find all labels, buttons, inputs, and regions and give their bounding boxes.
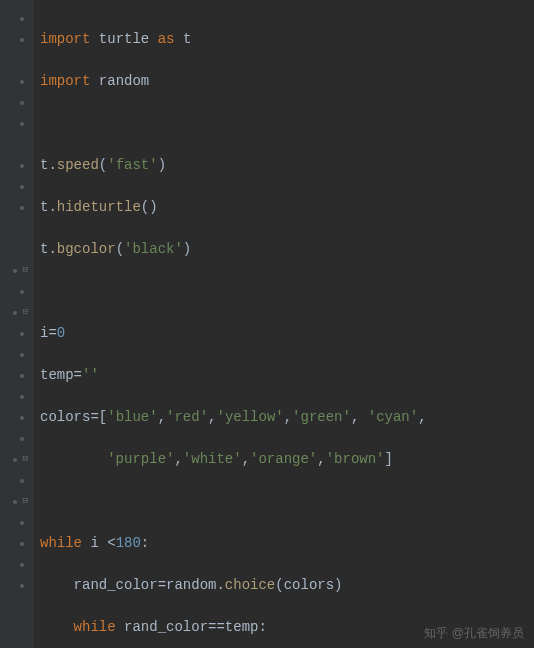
code-line: 'purple','white','orange','brown']: [40, 449, 534, 470]
code-line: import random: [40, 71, 534, 92]
fold-icon[interactable]: ⊟: [23, 497, 28, 506]
code-line: [40, 281, 534, 302]
code-line: i=0: [40, 323, 534, 344]
code-line: [40, 113, 534, 134]
code-line: import turtle as t: [40, 29, 534, 50]
code-line: [40, 491, 534, 512]
code-editor: ⊟ ⊟ ⊟ ⊟ import turtle as t import random…: [0, 0, 534, 648]
code-line: t.speed('fast'): [40, 155, 534, 176]
code-line: rand_color=random.choice(colors): [40, 575, 534, 596]
code-line: while i <180:: [40, 533, 534, 554]
code-line: temp='': [40, 365, 534, 386]
code-line: t.hideturtle(): [40, 197, 534, 218]
watermark: 知乎 @孔雀饲养员: [424, 625, 524, 642]
code-line: colors=['blue','red','yellow','green', '…: [40, 407, 534, 428]
code-line: t.bgcolor('black'): [40, 239, 534, 260]
fold-icon[interactable]: ⊟: [23, 308, 28, 317]
fold-icon[interactable]: ⊟: [23, 455, 28, 464]
gutter: ⊟ ⊟ ⊟ ⊟: [0, 0, 34, 648]
fold-icon[interactable]: ⊟: [23, 266, 28, 275]
code-area[interactable]: import turtle as t import random t.speed…: [34, 0, 534, 648]
